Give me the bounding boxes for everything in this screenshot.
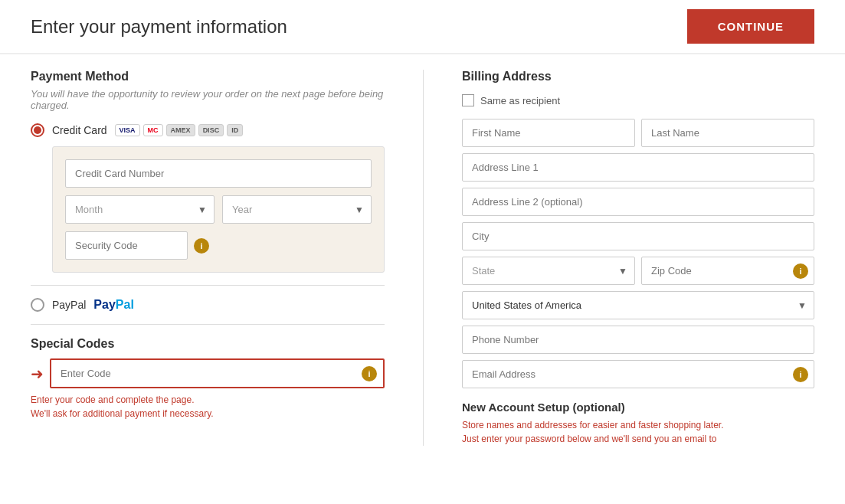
same-as-recipient-label: Same as recipient [480,95,560,106]
special-code-info-icon[interactable]: i [362,366,377,381]
state-select[interactable]: State [462,257,635,285]
payment-section-subtitle: You will have the opportunity to review … [31,88,385,111]
credit-card-label: Credit Card [52,124,107,136]
credit-card-radio[interactable] [31,123,44,137]
visa-icon: VISA [115,124,140,136]
payment-divider [31,285,385,286]
main-content: Payment Method You will have the opportu… [0,54,845,461]
special-code-input-row: ➜ i [31,358,385,388]
email-wrap: i [462,360,814,388]
mastercard-icon: MC [143,124,163,136]
same-as-recipient-checkbox[interactable] [462,94,474,106]
zip-input-wrap: i [641,257,814,285]
zip-info-icon[interactable]: i [793,263,808,279]
new-account-text: Store names and addresses for easier and… [462,418,814,446]
paypal-label: PayPal [52,299,86,311]
card-icons: VISA MC AMEX DISC ID [115,124,244,136]
month-select[interactable]: Month [65,195,215,224]
city-input[interactable] [462,222,814,250]
new-account-title: New Account Setup (optional) [462,401,814,414]
phone-number-input[interactable] [462,326,814,354]
year-select-wrap: Year ▼ [222,195,372,224]
new-account-section: New Account Setup (optional) Store names… [462,401,814,446]
paypal-radio[interactable] [31,298,44,312]
country-select-wrap: United States of America ▼ [462,291,814,319]
special-code-input-wrap: i [50,358,385,388]
discover-icon: DISC [198,124,224,136]
other-card-icon: ID [227,124,243,136]
expiry-row: Month ▼ Year ▼ [65,195,372,224]
first-name-input[interactable] [462,119,635,147]
paypal-divider [31,324,385,325]
special-code-input[interactable] [51,360,362,387]
page-title: Enter your payment information [31,16,287,38]
amex-icon: AMEX [166,124,195,136]
left-panel: Payment Method You will have the opportu… [31,70,385,446]
paypal-logo: PayPal [93,298,133,312]
payment-section-title: Payment Method [31,70,385,83]
zip-code-input[interactable] [641,257,814,285]
credit-card-number-input[interactable] [65,159,372,188]
address-line1-input[interactable] [462,153,814,182]
billing-title: Billing Address [462,70,814,83]
vertical-divider [423,70,424,446]
page-header: Enter your payment information CONTINUE [0,0,845,54]
country-select[interactable]: United States of America [462,291,814,319]
address-line2-input[interactable] [462,188,814,216]
right-panel: Billing Address Same as recipient State … [462,70,814,446]
security-row: i [65,231,372,260]
credit-card-form: Month ▼ Year ▼ i [52,146,385,273]
last-name-input[interactable] [641,119,814,147]
security-info-icon[interactable]: i [194,238,209,254]
state-zip-row: State ▼ i [462,257,814,285]
same-as-recipient-row: Same as recipient [462,94,814,106]
paypal-option[interactable]: PayPal PayPal [31,298,385,312]
month-select-wrap: Month ▼ [65,195,215,224]
security-code-input[interactable] [65,231,188,260]
email-input[interactable] [462,360,814,388]
special-code-hint: Enter your code and complete the page. W… [31,393,385,421]
credit-card-option[interactable]: Credit Card VISA MC AMEX DISC ID [31,123,385,137]
name-row [462,119,814,147]
state-select-wrap: State ▼ [462,257,635,285]
special-codes-section: Special Codes ➜ i Enter your code and co… [31,337,385,421]
special-codes-title: Special Codes [31,337,385,351]
email-info-icon[interactable]: i [793,367,808,382]
red-arrow-icon: ➜ [31,365,44,383]
continue-button[interactable]: CONTINUE [687,9,814,44]
year-select[interactable]: Year [222,195,372,224]
